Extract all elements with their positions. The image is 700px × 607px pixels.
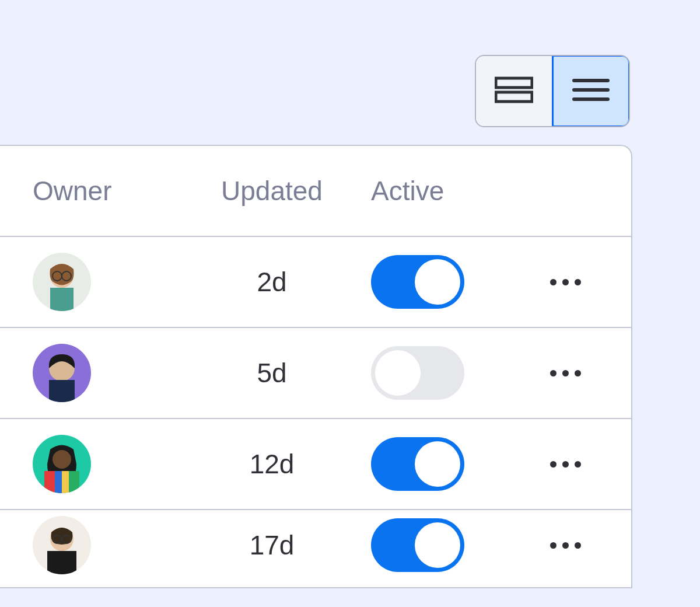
- view-list-button[interactable]: [552, 55, 630, 127]
- table-row: 5d: [0, 328, 631, 419]
- more-actions-button[interactable]: [544, 364, 587, 382]
- dots-icon: [550, 461, 556, 468]
- column-header-updated: Updated: [196, 175, 371, 207]
- svg-rect-18: [62, 471, 69, 493]
- rows-icon: [495, 76, 533, 106]
- table-row: 17d: [0, 510, 631, 587]
- column-header-owner: Owner: [33, 175, 196, 207]
- svg-rect-0: [496, 78, 532, 88]
- dots-icon: [550, 542, 556, 549]
- svg-rect-24: [47, 551, 76, 574]
- svg-point-15: [52, 450, 71, 469]
- svg-rect-7: [50, 288, 74, 311]
- more-actions-button[interactable]: [544, 273, 587, 291]
- updated-value: 17d: [196, 529, 371, 561]
- toggle-knob: [415, 259, 460, 305]
- active-toggle[interactable]: [371, 437, 464, 491]
- active-toggle[interactable]: [371, 346, 464, 400]
- data-table: Owner Updated Active 2d: [0, 145, 632, 588]
- avatar[interactable]: [33, 253, 91, 311]
- more-actions-button[interactable]: [544, 536, 587, 554]
- toggle-knob: [375, 350, 421, 396]
- active-toggle[interactable]: [371, 518, 464, 572]
- svg-rect-12: [49, 380, 75, 402]
- table-header-row: Owner Updated Active: [0, 146, 631, 237]
- view-toggle-group: [475, 55, 630, 127]
- updated-value: 5d: [196, 357, 371, 389]
- updated-value: 12d: [196, 448, 371, 480]
- dots-icon: [550, 279, 556, 285]
- svg-rect-16: [44, 471, 55, 493]
- svg-rect-17: [55, 471, 62, 493]
- avatar[interactable]: [33, 435, 91, 493]
- table-row: 12d: [0, 419, 631, 510]
- svg-rect-19: [69, 471, 79, 493]
- active-toggle[interactable]: [371, 255, 464, 309]
- column-header-active: Active: [371, 175, 523, 207]
- dots-icon: [550, 370, 556, 376]
- toggle-knob: [415, 522, 460, 568]
- more-actions-button[interactable]: [544, 455, 587, 473]
- svg-rect-1: [496, 92, 532, 102]
- view-rows-button[interactable]: [476, 56, 552, 126]
- updated-value: 2d: [196, 266, 371, 298]
- hamburger-icon: [572, 76, 610, 106]
- table-row: 2d: [0, 237, 631, 328]
- avatar[interactable]: [33, 344, 91, 402]
- toggle-knob: [415, 441, 460, 487]
- avatar[interactable]: [33, 516, 91, 574]
